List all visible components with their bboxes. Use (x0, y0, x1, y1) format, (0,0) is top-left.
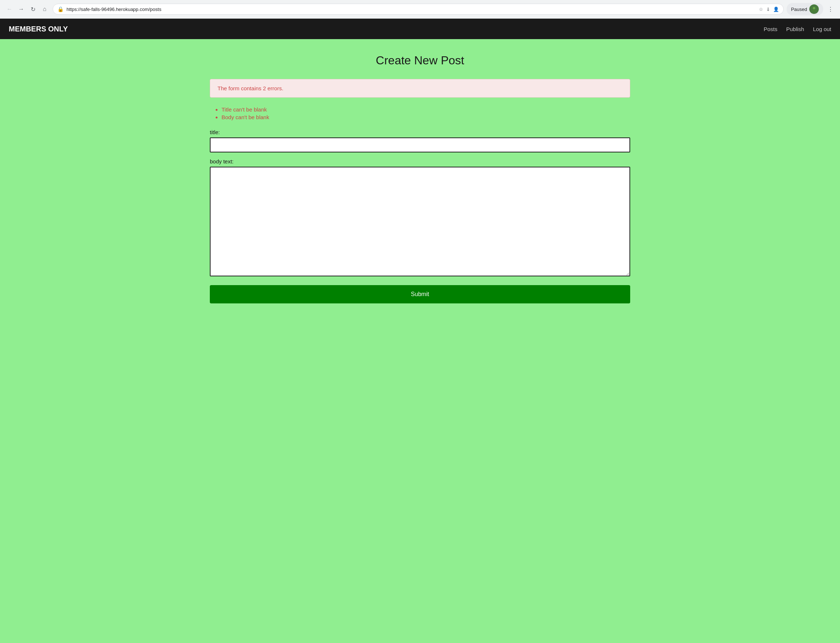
back-button[interactable]: ← (4, 4, 15, 14)
brand-link[interactable]: MEMBERS ONLY (9, 25, 68, 33)
lock-icon: 🔒 (57, 6, 64, 12)
title-form-group: title: (210, 129, 630, 152)
forward-button[interactable]: → (16, 4, 26, 14)
body-form-group: body text: (210, 158, 630, 278)
title-label: title: (210, 129, 630, 135)
paused-label: Paused (791, 7, 807, 12)
body-label: body text: (210, 158, 630, 165)
title-input[interactable] (210, 137, 630, 152)
nav-logout-link[interactable]: Log out (813, 26, 831, 32)
error-item-body: Body can't be blank (222, 114, 630, 120)
post-form: title: body text: Submit (210, 129, 630, 304)
browser-right-icons: Paused ⋮ (787, 3, 836, 15)
main-bg: Create New Post The form contains 2 erro… (0, 39, 840, 641)
home-button[interactable]: ⌂ (39, 4, 50, 14)
reload-button[interactable]: ↻ (28, 4, 38, 14)
error-box: The form contains 2 errors. (210, 79, 630, 98)
browser-toolbar: ← → ↻ ⌂ 🔒 https://safe-falls-96496.herok… (0, 0, 840, 18)
account-icon[interactable]: 👤 (773, 7, 779, 12)
app-navbar: MEMBERS ONLY Posts Publish Log out (0, 19, 840, 39)
error-summary: The form contains 2 errors. (217, 85, 623, 91)
download-icon[interactable]: ⇓ (766, 7, 770, 12)
submit-button[interactable]: Submit (210, 285, 630, 304)
url-text: https://safe-falls-96496.herokuapp.com/p… (67, 7, 756, 12)
address-bar[interactable]: 🔒 https://safe-falls-96496.herokuapp.com… (53, 4, 784, 15)
paused-button[interactable]: Paused (787, 3, 823, 15)
footer-inner (0, 641, 840, 643)
nav-publish-link[interactable]: Publish (786, 26, 804, 32)
nav-posts-link[interactable]: Posts (763, 26, 778, 32)
svg-point-0 (813, 7, 816, 10)
browser-chrome: ← → ↻ ⌂ 🔒 https://safe-falls-96496.herok… (0, 0, 840, 19)
footer (0, 641, 840, 643)
page-title: Create New Post (210, 54, 630, 67)
profile-avatar (809, 4, 819, 14)
menu-button[interactable]: ⋮ (825, 4, 836, 14)
browser-nav-buttons: ← → ↻ ⌂ (4, 4, 50, 14)
star-icon[interactable]: ☆ (759, 7, 763, 12)
body-textarea[interactable] (210, 167, 630, 276)
error-list: Title can't be blank Body can't be blank (210, 106, 630, 120)
main-container: Create New Post The form contains 2 erro… (210, 54, 630, 304)
error-item-title: Title can't be blank (222, 106, 630, 113)
app-nav-links: Posts Publish Log out (763, 26, 831, 32)
